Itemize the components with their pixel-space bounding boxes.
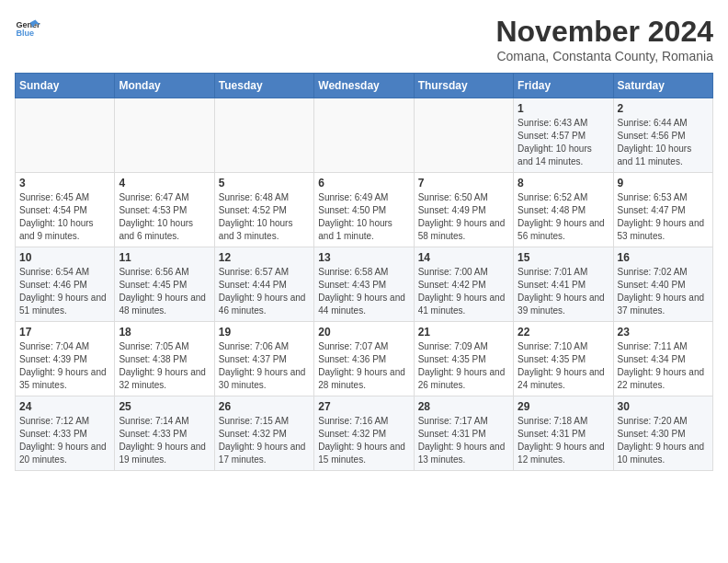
weekday-header-wednesday: Wednesday (314, 74, 414, 98)
day-info: Sunrise: 6:50 AM Sunset: 4:49 PM Dayligh… (418, 191, 509, 243)
calendar-week-2: 3Sunrise: 6:45 AM Sunset: 4:54 PM Daylig… (16, 173, 713, 247)
calendar-cell: 11Sunrise: 6:56 AM Sunset: 4:45 PM Dayli… (115, 247, 214, 322)
title-area: November 2024 Comana, Constanta County, … (495, 15, 713, 63)
weekday-header-friday: Friday (514, 74, 613, 98)
day-number: 30 (618, 400, 709, 413)
calendar-cell: 5Sunrise: 6:48 AM Sunset: 4:52 PM Daylig… (214, 173, 313, 247)
day-info: Sunrise: 6:58 AM Sunset: 4:43 PM Dayligh… (318, 266, 409, 317)
day-info: Sunrise: 6:49 AM Sunset: 4:50 PM Dayligh… (318, 191, 409, 243)
calendar-cell: 22Sunrise: 7:10 AM Sunset: 4:35 PM Dayli… (514, 322, 613, 396)
day-info: Sunrise: 6:53 AM Sunset: 4:47 PM Dayligh… (618, 191, 709, 243)
day-number: 19 (219, 326, 310, 339)
calendar-cell: 2Sunrise: 6:44 AM Sunset: 4:56 PM Daylig… (613, 98, 712, 173)
calendar-cell: 24Sunrise: 7:12 AM Sunset: 4:33 PM Dayli… (16, 396, 115, 471)
calendar-cell: 4Sunrise: 6:47 AM Sunset: 4:53 PM Daylig… (115, 173, 214, 247)
day-info: Sunrise: 7:10 AM Sunset: 4:35 PM Dayligh… (518, 340, 609, 392)
day-info: Sunrise: 6:47 AM Sunset: 4:53 PM Dayligh… (119, 191, 210, 243)
day-number: 21 (418, 326, 509, 339)
day-info: Sunrise: 6:54 AM Sunset: 4:46 PM Dayligh… (19, 266, 110, 317)
day-number: 7 (418, 177, 509, 190)
calendar-cell: 3Sunrise: 6:45 AM Sunset: 4:54 PM Daylig… (16, 173, 115, 247)
day-number: 28 (418, 400, 509, 413)
logo: General Blue (15, 15, 40, 40)
day-info: Sunrise: 7:12 AM Sunset: 4:33 PM Dayligh… (19, 415, 110, 466)
day-info: Sunrise: 6:44 AM Sunset: 4:56 PM Dayligh… (618, 117, 709, 168)
day-number: 27 (318, 400, 409, 413)
day-number: 11 (119, 251, 210, 264)
day-info: Sunrise: 7:11 AM Sunset: 4:34 PM Dayligh… (618, 340, 709, 392)
calendar-cell: 26Sunrise: 7:15 AM Sunset: 4:32 PM Dayli… (214, 396, 313, 471)
day-number: 24 (19, 400, 110, 413)
day-number: 9 (618, 177, 709, 190)
day-info: Sunrise: 7:18 AM Sunset: 4:31 PM Dayligh… (518, 415, 609, 466)
calendar-cell: 19Sunrise: 7:06 AM Sunset: 4:37 PM Dayli… (214, 322, 313, 396)
calendar-cell: 15Sunrise: 7:01 AM Sunset: 4:41 PM Dayli… (514, 247, 613, 322)
weekday-header-tuesday: Tuesday (214, 74, 313, 98)
day-info: Sunrise: 7:06 AM Sunset: 4:37 PM Dayligh… (219, 340, 310, 392)
day-info: Sunrise: 7:02 AM Sunset: 4:40 PM Dayligh… (618, 266, 709, 317)
day-number: 18 (119, 326, 210, 339)
day-info: Sunrise: 7:01 AM Sunset: 4:41 PM Dayligh… (518, 266, 609, 317)
day-number: 4 (119, 177, 210, 190)
day-info: Sunrise: 7:07 AM Sunset: 4:36 PM Dayligh… (318, 340, 409, 392)
calendar-cell: 14Sunrise: 7:00 AM Sunset: 4:42 PM Dayli… (414, 247, 513, 322)
page-title: November 2024 (495, 15, 713, 49)
day-info: Sunrise: 6:43 AM Sunset: 4:57 PM Dayligh… (518, 117, 609, 168)
day-info: Sunrise: 7:05 AM Sunset: 4:38 PM Dayligh… (119, 340, 210, 392)
svg-text:Blue: Blue (16, 29, 34, 38)
calendar-cell: 16Sunrise: 7:02 AM Sunset: 4:40 PM Dayli… (613, 247, 712, 322)
day-info: Sunrise: 7:04 AM Sunset: 4:39 PM Dayligh… (19, 340, 110, 392)
calendar-cell: 13Sunrise: 6:58 AM Sunset: 4:43 PM Dayli… (314, 247, 414, 322)
day-number: 3 (19, 177, 110, 190)
day-number: 14 (418, 251, 509, 264)
day-number: 25 (119, 400, 210, 413)
calendar-cell: 23Sunrise: 7:11 AM Sunset: 4:34 PM Dayli… (613, 322, 712, 396)
calendar-table: SundayMondayTuesdayWednesdayThursdayFrid… (15, 73, 713, 471)
weekday-header-saturday: Saturday (613, 74, 712, 98)
day-info: Sunrise: 6:45 AM Sunset: 4:54 PM Dayligh… (19, 191, 110, 243)
calendar-cell (214, 98, 313, 173)
day-number: 8 (518, 177, 609, 190)
day-number: 22 (518, 326, 609, 339)
day-number: 13 (318, 251, 409, 264)
day-number: 20 (318, 326, 409, 339)
weekday-header-thursday: Thursday (414, 74, 513, 98)
day-number: 1 (518, 102, 609, 115)
day-number: 23 (618, 326, 709, 339)
calendar-cell (314, 98, 414, 173)
calendar-cell (414, 98, 513, 173)
calendar-cell (16, 98, 115, 173)
calendar-cell: 18Sunrise: 7:05 AM Sunset: 4:38 PM Dayli… (115, 322, 214, 396)
weekday-header-monday: Monday (115, 74, 214, 98)
day-info: Sunrise: 7:16 AM Sunset: 4:32 PM Dayligh… (318, 415, 409, 466)
calendar-cell: 25Sunrise: 7:14 AM Sunset: 4:33 PM Dayli… (115, 396, 214, 471)
day-number: 17 (19, 326, 110, 339)
page-subtitle: Comana, Constanta County, Romania (495, 49, 713, 63)
day-info: Sunrise: 6:52 AM Sunset: 4:48 PM Dayligh… (518, 191, 609, 243)
calendar-cell: 7Sunrise: 6:50 AM Sunset: 4:49 PM Daylig… (414, 173, 513, 247)
calendar-cell: 12Sunrise: 6:57 AM Sunset: 4:44 PM Dayli… (214, 247, 313, 322)
calendar-cell: 10Sunrise: 6:54 AM Sunset: 4:46 PM Dayli… (16, 247, 115, 322)
calendar-week-5: 24Sunrise: 7:12 AM Sunset: 4:33 PM Dayli… (16, 396, 713, 471)
weekday-header-row: SundayMondayTuesdayWednesdayThursdayFrid… (16, 74, 713, 98)
day-number: 16 (618, 251, 709, 264)
day-info: Sunrise: 7:15 AM Sunset: 4:32 PM Dayligh… (219, 415, 310, 466)
day-info: Sunrise: 7:00 AM Sunset: 4:42 PM Dayligh… (418, 266, 509, 317)
calendar-cell: 17Sunrise: 7:04 AM Sunset: 4:39 PM Dayli… (16, 322, 115, 396)
day-number: 2 (618, 102, 709, 115)
calendar-cell (115, 98, 214, 173)
day-number: 10 (19, 251, 110, 264)
logo-icon: General Blue (15, 15, 40, 40)
header: General Blue November 2024 Comana, Const… (15, 15, 713, 63)
day-info: Sunrise: 7:17 AM Sunset: 4:31 PM Dayligh… (418, 415, 509, 466)
calendar-week-1: 1Sunrise: 6:43 AM Sunset: 4:57 PM Daylig… (16, 98, 713, 173)
day-info: Sunrise: 7:09 AM Sunset: 4:35 PM Dayligh… (418, 340, 509, 392)
calendar-cell: 30Sunrise: 7:20 AM Sunset: 4:30 PM Dayli… (613, 396, 712, 471)
calendar-cell: 6Sunrise: 6:49 AM Sunset: 4:50 PM Daylig… (314, 173, 414, 247)
day-info: Sunrise: 6:57 AM Sunset: 4:44 PM Dayligh… (219, 266, 310, 317)
weekday-header-sunday: Sunday (16, 74, 115, 98)
calendar-cell: 29Sunrise: 7:18 AM Sunset: 4:31 PM Dayli… (514, 396, 613, 471)
day-number: 6 (318, 177, 409, 190)
calendar-cell: 27Sunrise: 7:16 AM Sunset: 4:32 PM Dayli… (314, 396, 414, 471)
day-number: 5 (219, 177, 310, 190)
